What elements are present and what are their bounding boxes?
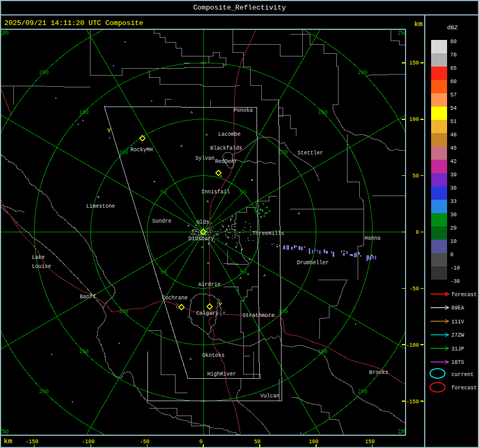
svg-text:Calgary: Calgary xyxy=(196,311,219,316)
svg-text:^: ^ xyxy=(189,357,192,363)
svg-text:Drumheller: Drumheller xyxy=(297,260,329,266)
svg-text:200: 200 xyxy=(39,389,49,395)
svg-text:50: 50 xyxy=(160,270,167,275)
svg-text:18TS: 18TS xyxy=(451,360,464,365)
svg-text:0: 0 xyxy=(199,439,202,445)
svg-text:Lacombe: Lacombe xyxy=(218,132,241,137)
svg-text:Stettler: Stettler xyxy=(298,150,323,156)
svg-text:-100: -100 xyxy=(82,439,95,445)
svg-text:Cochrane: Cochrane xyxy=(162,295,188,301)
svg-text:150: 150 xyxy=(409,60,419,66)
svg-text:^: ^ xyxy=(219,175,222,180)
svg-text:60: 60 xyxy=(450,79,457,85)
svg-text:-150: -150 xyxy=(26,439,38,445)
svg-text:^: ^ xyxy=(190,111,193,116)
svg-text:*: * xyxy=(250,179,253,185)
svg-text:Brooks: Brooks xyxy=(369,370,389,376)
svg-text:+: + xyxy=(187,224,189,229)
svg-text:Ponoka: Ponoka xyxy=(234,108,253,113)
svg-text:km: km xyxy=(4,437,12,445)
svg-text:-150: -150 xyxy=(406,399,419,405)
svg-text:-50: -50 xyxy=(409,286,419,292)
svg-text:Vulcan: Vulcan xyxy=(260,393,279,399)
svg-text:100: 100 xyxy=(309,439,318,445)
svg-text:^: ^ xyxy=(205,133,208,139)
svg-text:57: 57 xyxy=(450,92,457,98)
svg-text:Airdrie: Airdrie xyxy=(199,282,221,288)
svg-text:0: 0 xyxy=(450,252,453,258)
svg-text:50: 50 xyxy=(412,173,419,179)
svg-text:09EA: 09EA xyxy=(451,305,464,311)
svg-text:^: ^ xyxy=(207,262,209,267)
svg-text:ThreeHills: ThreeHills xyxy=(252,231,284,237)
svg-text:100: 100 xyxy=(119,150,128,156)
svg-text:Sylvan: Sylvan xyxy=(195,156,214,161)
svg-text:111V: 111V xyxy=(451,319,464,325)
svg-text:Banff: Banff xyxy=(80,294,96,300)
svg-text:-100: -100 xyxy=(406,343,419,348)
svg-text:^: ^ xyxy=(201,246,203,251)
svg-text:RockyMH: RockyMH xyxy=(130,147,153,153)
svg-text:Sundre: Sundre xyxy=(152,218,171,224)
svg-text:48: 48 xyxy=(450,132,457,138)
svg-text:70: 70 xyxy=(450,52,457,58)
svg-text:100: 100 xyxy=(278,150,288,156)
svg-text:forecast: forecast xyxy=(451,292,477,298)
svg-text:-50: -50 xyxy=(140,439,150,445)
svg-text:HighRiver: HighRiver xyxy=(208,371,236,377)
svg-text:50: 50 xyxy=(240,190,246,196)
svg-text:51: 51 xyxy=(450,119,457,125)
svg-text:km: km xyxy=(414,20,423,28)
svg-text:Lake: Lake xyxy=(32,255,45,260)
svg-text:10: 10 xyxy=(450,239,457,245)
svg-text:Innisfail: Innisfail xyxy=(201,189,230,195)
svg-text:50: 50 xyxy=(240,270,246,275)
svg-text:Composite_Reflectivity: Composite_Reflectivity xyxy=(193,4,286,12)
svg-text:80: 80 xyxy=(450,39,457,45)
svg-text:-10: -10 xyxy=(450,265,460,271)
svg-text:200: 200 xyxy=(358,389,367,395)
svg-text:150: 150 xyxy=(79,349,88,355)
svg-text:250: 250 xyxy=(0,30,9,36)
svg-text:200: 200 xyxy=(39,70,49,76)
svg-text:Olds: Olds xyxy=(196,219,209,225)
svg-text:27ZW: 27ZW xyxy=(451,332,464,338)
svg-text:200: 200 xyxy=(358,70,367,76)
svg-text:250: 250 xyxy=(0,429,9,435)
svg-text:50: 50 xyxy=(254,439,260,445)
svg-text:Didsbury: Didsbury xyxy=(188,236,214,242)
svg-text:*: * xyxy=(97,196,100,202)
svg-text:^: ^ xyxy=(263,274,266,279)
svg-text:39: 39 xyxy=(450,172,457,178)
svg-text:dBZ: dBZ xyxy=(447,25,458,31)
svg-text:150: 150 xyxy=(79,110,88,116)
svg-text:100: 100 xyxy=(409,117,419,123)
svg-text:+: + xyxy=(248,257,251,263)
svg-text:100: 100 xyxy=(278,309,288,315)
svg-text:-30: -30 xyxy=(450,279,460,284)
svg-text:0: 0 xyxy=(416,230,419,235)
svg-text:^: ^ xyxy=(206,200,209,205)
svg-text:+: + xyxy=(246,272,249,278)
svg-text:65: 65 xyxy=(450,66,457,71)
svg-text:^: ^ xyxy=(222,311,225,316)
svg-text:Hanna: Hanna xyxy=(365,235,381,241)
svg-text:150: 150 xyxy=(318,349,327,355)
svg-text:50: 50 xyxy=(160,190,167,196)
svg-text:36: 36 xyxy=(450,185,457,191)
svg-text:30: 30 xyxy=(450,212,457,218)
svg-text:RedDeer: RedDeer xyxy=(215,159,237,165)
svg-text:45: 45 xyxy=(450,145,457,151)
svg-text:31JP: 31JP xyxy=(451,346,464,352)
svg-text:Blackfalds: Blackfalds xyxy=(210,145,242,151)
svg-text:^: ^ xyxy=(239,276,242,282)
svg-text:current: current xyxy=(451,372,474,378)
svg-text:forecast: forecast xyxy=(451,385,477,391)
svg-text:+: + xyxy=(298,211,300,217)
svg-text:Limestone: Limestone xyxy=(86,203,115,209)
svg-text:54: 54 xyxy=(450,105,457,111)
svg-text:20: 20 xyxy=(450,225,457,231)
svg-text:2025/09/21 14:11:20 UTC Compos: 2025/09/21 14:11:20 UTC Composite xyxy=(4,19,143,27)
svg-text:Strathmore: Strathmore xyxy=(243,313,275,319)
svg-text:Louise: Louise xyxy=(32,264,51,270)
